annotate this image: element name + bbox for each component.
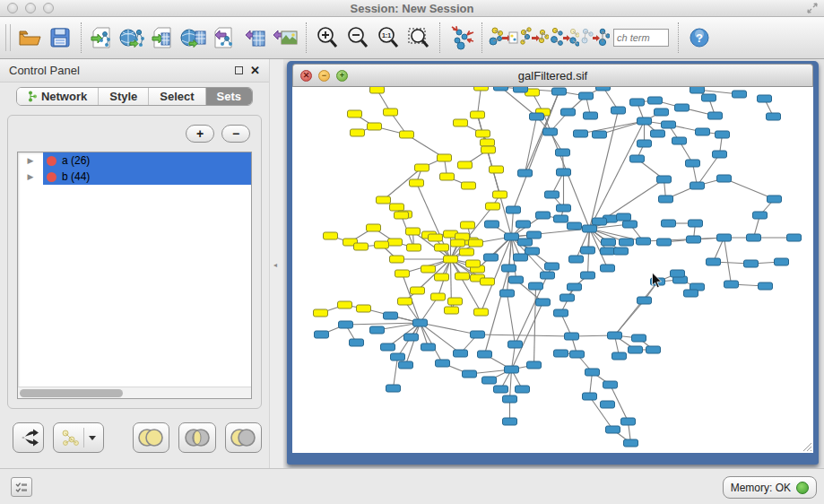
graph-node[interactable]: [662, 121, 676, 128]
graph-node[interactable]: [659, 196, 673, 203]
create-set-from-selection-button[interactable]: [488, 22, 518, 54]
graph-node[interactable]: [687, 236, 701, 243]
graph-node[interactable]: [606, 426, 620, 433]
graph-node[interactable]: [638, 117, 652, 125]
graph-edge[interactable]: [510, 369, 512, 399]
graph-node[interactable]: [516, 386, 530, 393]
export-network-button[interactable]: [209, 22, 239, 54]
graph-node[interactable]: [574, 130, 588, 137]
graph-node[interactable]: [560, 294, 575, 301]
graph-node[interactable]: [556, 149, 570, 156]
graph-node[interactable]: [461, 222, 475, 229]
merge-sets-button[interactable]: [579, 22, 610, 54]
graph-node[interactable]: [429, 234, 443, 241]
graph-node[interactable]: [481, 139, 495, 146]
zoom-fit-button[interactable]: [403, 22, 434, 54]
import-network-file-button[interactable]: [87, 22, 117, 54]
graph-node[interactable]: [444, 256, 458, 263]
float-panel-icon[interactable]: [235, 66, 243, 74]
graph-node[interactable]: [400, 131, 414, 138]
graph-node[interactable]: [554, 215, 568, 222]
toolbar-drag-handle[interactable]: [5, 24, 11, 51]
graph-node[interactable]: [466, 260, 481, 267]
graph-node[interactable]: [675, 104, 690, 111]
graph-node[interactable]: [579, 92, 594, 100]
graph-node[interactable]: [624, 439, 638, 447]
graph-node[interactable]: [629, 346, 643, 353]
graph-node[interactable]: [398, 298, 412, 305]
tab-style[interactable]: Style: [99, 88, 149, 105]
export-image-button[interactable]: [270, 22, 300, 54]
graph-edge[interactable]: [478, 335, 572, 336]
graph-node[interactable]: [315, 331, 329, 338]
graph-node[interactable]: [557, 204, 571, 212]
graph-node[interactable]: [767, 113, 781, 120]
graph-node[interactable]: [440, 173, 455, 180]
graph-node[interactable]: [505, 233, 519, 240]
graph-node[interactable]: [758, 95, 772, 102]
graph-edge[interactable]: [581, 121, 645, 134]
graph-node[interactable]: [684, 290, 698, 297]
graph-node[interactable]: [404, 334, 419, 341]
graph-node[interactable]: [708, 112, 723, 119]
search-input[interactable]: ch term: [613, 29, 669, 47]
remove-set-button[interactable]: −: [221, 125, 250, 143]
graph-node[interactable]: [485, 221, 499, 228]
graph-node[interactable]: [568, 222, 582, 230]
graph-node[interactable]: [395, 270, 410, 277]
scrollbar-thumb[interactable]: [20, 389, 123, 397]
graph-node[interactable]: [448, 298, 463, 305]
splitter-collapse-icon[interactable]: ◂: [273, 260, 280, 270]
graph-node[interactable]: [630, 99, 645, 106]
graph-node[interactable]: [561, 109, 576, 116]
graph-node[interactable]: [585, 369, 600, 376]
graph-node[interactable]: [455, 273, 470, 280]
graph-node[interactable]: [445, 307, 459, 314]
graph-node[interactable]: [410, 179, 424, 187]
graph-node[interactable]: [381, 343, 395, 351]
graph-node[interactable]: [623, 221, 638, 228]
zoom-out-button[interactable]: [343, 22, 373, 54]
graph-node[interactable]: [395, 212, 409, 219]
graph-node[interactable]: [672, 137, 687, 144]
compare-sets-button[interactable]: [549, 22, 579, 54]
graph-node[interactable]: [638, 297, 652, 304]
set-row-a[interactable]: ▶ a (26): [18, 152, 251, 169]
graph-node[interactable]: [411, 287, 425, 294]
network-canvas[interactable]: [292, 87, 813, 453]
graph-node[interactable]: [787, 234, 802, 241]
graph-node[interactable]: [390, 204, 404, 211]
graph-node[interactable]: [407, 244, 421, 251]
graph-node[interactable]: [617, 213, 631, 221]
graph-node[interactable]: [454, 350, 468, 357]
memory-status-button[interactable]: Memory: OK: [723, 476, 817, 499]
save-session-button[interactable]: [45, 22, 75, 54]
graph-node[interactable]: [620, 239, 634, 246]
graph-node[interactable]: [733, 91, 747, 98]
graph-node[interactable]: [435, 244, 449, 251]
graph-node[interactable]: [696, 128, 710, 135]
graph-node[interactable]: [724, 281, 739, 288]
graph-node[interactable]: [716, 131, 730, 138]
graph-edge[interactable]: [478, 87, 481, 115]
tab-select[interactable]: Select: [149, 88, 205, 105]
import-table-web-button[interactable]: [178, 22, 209, 54]
import-table-file-button[interactable]: [148, 22, 178, 54]
graph-node[interactable]: [367, 224, 381, 231]
graph-node[interactable]: [671, 270, 685, 277]
graph-node[interactable]: [603, 381, 618, 388]
graph-node[interactable]: [543, 128, 558, 135]
graph-node[interactable]: [630, 155, 645, 162]
graph-node[interactable]: [536, 299, 551, 306]
graph-node[interactable]: [507, 206, 521, 213]
graph-edge[interactable]: [534, 286, 536, 365]
graph-node[interactable]: [775, 258, 789, 265]
graph-node[interactable]: [545, 263, 559, 270]
graph-node[interactable]: [454, 119, 468, 126]
graph-node[interactable]: [421, 265, 436, 273]
graph-node[interactable]: [536, 212, 551, 219]
graph-node[interactable]: [460, 248, 474, 256]
graph-node[interactable]: [632, 335, 646, 342]
help-button[interactable]: ?: [684, 22, 715, 54]
graph-node[interactable]: [527, 231, 542, 239]
